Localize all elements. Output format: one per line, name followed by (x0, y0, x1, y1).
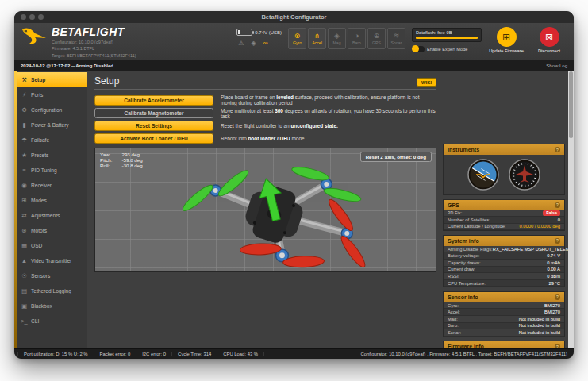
dataflash-block: Dataflash: free 0B Enable Expert Mode (412, 28, 482, 52)
sidebar-item-setup[interactable]: ⚒Setup (17, 72, 87, 87)
dataflash-indicator: Dataflash: free 0B (412, 28, 482, 42)
model-viewport[interactable]: Yaw:293 deg Pitch:-59.8 deg Roll:-30.8 d… (94, 148, 436, 272)
accel-icon: ⋔ (314, 33, 321, 40)
window-title: Betaflight Configurator (14, 13, 574, 21)
reset-settings-button[interactable]: Reset Settings (94, 121, 213, 131)
sidebar-item-adjustments[interactable]: ⇄Adjustments (17, 208, 87, 223)
dataflash-bar (416, 37, 478, 39)
sensor-status-accel: ⋔ Accel (308, 28, 326, 49)
help-icon[interactable]: ? (555, 294, 560, 300)
sidebar-item-sensors[interactable]: ☉Sensors (17, 268, 87, 283)
scrollbar-thumb[interactable] (569, 71, 573, 138)
bootloader-description: Reboot into boot loader / DFU mode. (221, 136, 306, 141)
system-row-current: Current draw:0.00 A (444, 267, 564, 274)
sidebar-item-pid-tuning[interactable]: ≡PID Tuning (17, 163, 87, 178)
sensor-row-accel: Accel:BMI270 (444, 309, 564, 316)
logging-icon: ▤ (21, 287, 28, 294)
close-window-button[interactable] (21, 14, 26, 20)
wiki-button[interactable]: WIKI (417, 78, 436, 87)
configurator-version: Configurator: 10.10.0 (c97deaf) (52, 39, 136, 45)
calibrate-accelerometer-button[interactable]: Calibrate Accelerometer (94, 95, 213, 106)
betaflight-bird-icon (21, 26, 48, 48)
instruments-title: Instruments (448, 147, 479, 152)
main-content: Setup WIKI Calibrate Accelerometer Place… (87, 71, 443, 348)
sidebar-item-video-transmitter[interactable]: ▲Video Transmitter (17, 253, 87, 268)
sensor-status-gps: ⊕ GPS (367, 28, 386, 49)
gps-title: GPS (448, 202, 459, 208)
sidebar-item-tethered-logging[interactable]: ▤Tethered Logging (17, 283, 87, 298)
sidebar-item-configuration[interactable]: ⚙Configuration (17, 102, 87, 117)
status-version-info: Configurator: 10.10.0 (c97deaf) , Firmwa… (360, 352, 571, 356)
wrench-icon: ⚒ (21, 76, 28, 83)
plug-icon: ⚡ (21, 91, 28, 98)
sensor-row-gyro: Gyro:BMI270 (444, 302, 564, 310)
help-icon[interactable]: ? (555, 238, 560, 244)
status-packet-error: Packet error: 0 (94, 352, 137, 356)
signal-icon: ◈ (251, 40, 256, 47)
zoom-window-button[interactable] (38, 14, 44, 20)
drone-model (95, 148, 436, 271)
roll-label: Roll: (100, 163, 112, 168)
baro-icon: ◑ (355, 33, 359, 40)
app-window: Betaflight Configurator BETAFLIGHT Confi… (14, 11, 574, 359)
star-icon: ★ (21, 152, 28, 159)
activate-bootloader-button[interactable]: Activate Boot Loader / DFU (94, 133, 213, 144)
instruments-panel: Instruments ? (443, 144, 565, 195)
status-bar: Port utilization: D: 15 % U: 2 % Packet … (14, 348, 574, 359)
sidebar-item-blackbox[interactable]: ▣Blackbox (17, 298, 87, 314)
disconnect-button[interactable]: ⊠ Disconnect (531, 27, 567, 54)
bootloader-row: Activate Boot Loader / DFU Reboot into b… (94, 133, 436, 144)
gps-fix-badge: False (543, 210, 560, 216)
firmware-chip-icon: ⊞ (502, 33, 510, 42)
expert-mode-toggle[interactable] (413, 46, 425, 52)
gps-panel: GPS ? 3D Fix:False Number of Satellites:… (443, 199, 565, 232)
gps-icon: ⊕ (374, 33, 380, 40)
sensor-status-mag: ◈ Mag (328, 28, 346, 49)
sensor-row-sonar: Sonar:Not included in build (444, 329, 564, 337)
gps-row-fix: 3D Fix:False (444, 210, 564, 217)
minimize-window-button[interactable] (29, 14, 35, 20)
status-port-utilization: Port utilization: D: 15 % U: 2 % (17, 352, 94, 356)
sensor-status-gyro: ⊗ Gyro (288, 28, 306, 49)
pitch-value: -59.8 deg (121, 157, 142, 163)
status-i2c-error: I2C error: 0 (136, 352, 172, 356)
show-log-button[interactable]: Show Log (546, 64, 567, 68)
system-row-rssi: RSSI:0 dBm (444, 273, 564, 280)
sidebar-item-modes[interactable]: ⊞Modes (17, 193, 87, 208)
gear-icon: ⚙ (21, 106, 28, 114)
sidebar-item-ports[interactable]: ⚡Ports (17, 87, 87, 102)
sidebar-item-osd[interactable]: ▦OSD (17, 238, 87, 253)
update-firmware-button[interactable]: ⊞ Update Firmware (488, 27, 525, 54)
receiver-icon: ◉ (21, 182, 28, 189)
modes-icon: ⊞ (21, 197, 28, 204)
sensor-status-bar: ⊗ Gyro ⋔ Accel ◈ Mag ◑ Baro ⊕ GPS (288, 28, 405, 49)
sidebar-item-presets[interactable]: ★Presets (17, 148, 87, 163)
firmware-version: Firmware: 4.5.1 BTFL (52, 45, 136, 52)
calibrate-mag-description: Move multirotor at least 360 degrees on … (221, 108, 436, 119)
sidebar-item-receiver[interactable]: ◉Receiver (17, 178, 87, 193)
calibrate-accel-row: Calibrate Accelerometer Place board or f… (94, 94, 436, 106)
attitude-readout: Yaw:293 deg Pitch:-59.8 deg Roll:-30.8 d… (100, 152, 143, 168)
antenna-icon: ▲ (21, 257, 28, 264)
help-icon[interactable]: ? (555, 202, 560, 208)
titlebar: Betaflight Configurator (14, 11, 574, 23)
traffic-lights (21, 14, 44, 20)
calibrate-magnetometer-button[interactable]: Calibrate Magnetometer (94, 108, 213, 118)
target-name: Target: BEFH/BETAFPVF411(STM32F411) (52, 52, 136, 59)
sidebar-item-power-battery[interactable]: ▮Power & Battery (17, 117, 87, 133)
sidebar-item-cli[interactable]: >_CLI (17, 314, 87, 329)
reset-settings-description: Reset the flight controller to an unconf… (221, 123, 338, 129)
mag-icon: ◈ (334, 33, 340, 40)
sidebar-item-motors[interactable]: ⊛Motors (17, 223, 87, 238)
expert-mode-label: Enable Expert Mode (427, 47, 468, 52)
reset-z-axis-button[interactable]: Reset Z axis, offset: 0 deg (360, 152, 432, 162)
vertical-scrollbar[interactable] (568, 71, 574, 348)
attitude-indicator-gauge (467, 159, 499, 190)
help-icon[interactable]: ? (555, 147, 560, 152)
system-info-panel: System info ? Arming Disable Flags:RX_FA… (443, 235, 565, 288)
battery-voltage-label: 0.74V (USB) (255, 30, 282, 35)
system-row-capacity: Capacity drawn:0 mAh (444, 260, 564, 267)
log-bar: 2024-10-12 @17:17:02 -- Arming Disabled … (14, 60, 574, 71)
sidebar-item-failsafe[interactable]: ☂Failsafe (17, 133, 87, 148)
info-column: Instruments ? (443, 71, 568, 348)
